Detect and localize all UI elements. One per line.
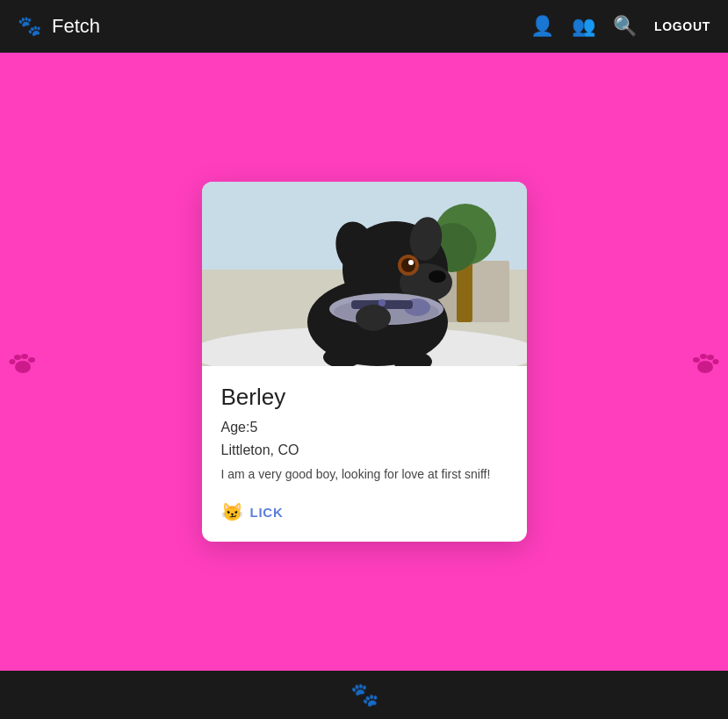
right-paw-icon (684, 344, 719, 379)
left-paw-icon (9, 344, 44, 379)
svg-point-26 (378, 299, 386, 306)
pet-bio: I am a very good boy, looking for love a… (221, 465, 508, 484)
svg-point-29 (356, 305, 391, 331)
group-icon[interactable]: 👥 (572, 15, 595, 38)
nav-icons: 👤 👥 🔍 LOGOUT (530, 15, 710, 38)
card-body: Berley Age:5 Littleton, CO I am a very g… (202, 366, 527, 542)
logo-paw-icon: 🐾 (18, 15, 41, 38)
svg-point-31 (693, 357, 700, 363)
lick-icon: 😼 (221, 501, 243, 522)
app-title: Fetch (52, 15, 530, 38)
lick-label: LICK (250, 505, 284, 520)
svg-point-3 (14, 355, 21, 360)
svg-point-18 (401, 258, 415, 272)
pet-age: Age:5 (221, 420, 508, 435)
svg-point-4 (10, 359, 16, 364)
svg-point-1 (28, 357, 35, 363)
next-button[interactable] (684, 344, 719, 379)
svg-point-34 (713, 359, 719, 364)
svg-point-0 (15, 361, 31, 373)
pet-name: Berley (221, 384, 508, 411)
search-icon[interactable]: 🔍 (613, 15, 637, 38)
bottom-paw-icon: 🐾 (350, 681, 378, 708)
navbar: 🐾 Fetch 👤 👥 🔍 LOGOUT (0, 0, 728, 53)
age-value: 5 (249, 420, 257, 435)
logout-button[interactable]: LOGOUT (654, 19, 710, 33)
pet-card: Berley Age:5 Littleton, CO I am a very g… (202, 182, 527, 542)
profile-icon[interactable]: 👤 (530, 15, 554, 38)
svg-point-2 (21, 354, 28, 359)
svg-point-30 (697, 361, 713, 373)
svg-point-19 (408, 260, 414, 265)
dog-photo-svg (202, 182, 527, 366)
prev-button[interactable] (9, 344, 44, 379)
bottom-bar: 🐾 (0, 671, 728, 719)
svg-point-33 (707, 355, 714, 360)
age-label: Age: (221, 420, 250, 435)
card-image (202, 182, 527, 366)
svg-point-32 (700, 354, 707, 359)
main-area: Berley Age:5 Littleton, CO I am a very g… (0, 53, 728, 671)
lick-button[interactable]: 😼 LICK (221, 501, 508, 522)
svg-point-16 (429, 270, 446, 283)
pet-location: Littleton, CO (221, 442, 508, 458)
